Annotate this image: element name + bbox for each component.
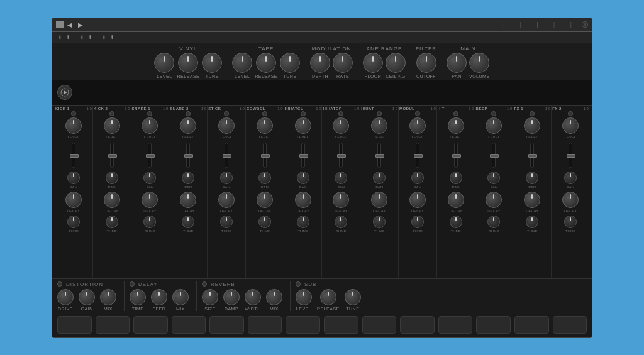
channel-decay-knob-10[interactable] <box>448 192 464 208</box>
effect-knob-delay-1[interactable] <box>151 289 167 305</box>
tape-tune-knob[interactable] <box>280 53 300 73</box>
channel-fader-8[interactable] <box>377 143 381 168</box>
channel-level-knob-0[interactable] <box>65 117 82 134</box>
effect-knob-delay-2[interactable] <box>172 289 189 305</box>
amp-floor-knob[interactable] <box>363 53 383 73</box>
effect-knob-sub-2[interactable] <box>345 289 361 305</box>
channel-led-12[interactable] <box>530 111 535 116</box>
filter-cutoff-knob[interactable] <box>416 53 436 73</box>
tape-release-knob[interactable] <box>256 53 276 73</box>
channel-pan-knob-9[interactable] <box>411 172 424 184</box>
vinyl-release-knob[interactable] <box>178 53 198 73</box>
channel-level-knob-10[interactable] <box>448 117 464 134</box>
effect-knob-reverb-1[interactable] <box>223 289 240 305</box>
effect-led-sub[interactable] <box>296 281 301 287</box>
amp-ceiling-knob[interactable] <box>386 53 406 73</box>
channel-decay-knob-8[interactable] <box>371 192 387 208</box>
vinyl-level-knob[interactable] <box>154 53 174 73</box>
channel-decay-knob-1[interactable] <box>104 192 120 208</box>
channel-decay-knob-11[interactable] <box>486 192 502 208</box>
channel-fader-0[interactable] <box>72 143 75 168</box>
channel-decay-knob-9[interactable] <box>409 192 426 208</box>
effect-led-delay[interactable] <box>130 281 135 287</box>
pad-3[interactable] <box>172 316 206 334</box>
channel-fader-11[interactable] <box>492 143 496 168</box>
pad-1[interactable] <box>96 316 130 334</box>
channel-pan-knob-5[interactable] <box>258 172 271 184</box>
channel-tune-knob-11[interactable] <box>487 216 500 228</box>
channel-tune-knob-13[interactable] <box>564 216 577 228</box>
channel-pan-knob-7[interactable] <box>335 172 347 184</box>
effect-knob-reverb-0[interactable] <box>202 289 218 305</box>
channel-led-6[interactable] <box>301 111 306 116</box>
info-icon[interactable]: i <box>582 21 588 28</box>
prev-arrow[interactable]: ◀ <box>67 21 72 28</box>
tape-level-knob[interactable] <box>232 53 252 73</box>
pad-7[interactable] <box>324 316 358 334</box>
effect-knob-distortion-0[interactable] <box>57 289 74 305</box>
channel-decay-knob-4[interactable] <box>218 192 235 208</box>
channel-fader-7[interactable] <box>339 143 343 168</box>
channel-fader-1[interactable] <box>110 143 114 168</box>
pad-0[interactable] <box>57 316 92 334</box>
channel-fader-10[interactable] <box>454 143 458 168</box>
effect-knob-reverb-3[interactable] <box>266 289 282 305</box>
effect-knob-distortion-2[interactable] <box>100 289 116 305</box>
pad-11[interactable] <box>476 316 511 334</box>
channel-level-knob-8[interactable] <box>371 117 387 134</box>
channel-level-knob-11[interactable] <box>486 117 502 134</box>
channel-led-3[interactable] <box>186 111 191 116</box>
channel-fader-13[interactable] <box>569 143 572 168</box>
channel-led-13[interactable] <box>568 111 573 116</box>
channel-decay-knob-5[interactable] <box>257 192 273 208</box>
channel-level-knob-5[interactable] <box>257 117 273 134</box>
main-volume-knob[interactable] <box>469 53 489 73</box>
channel-decay-knob-0[interactable] <box>65 192 82 208</box>
pad-2[interactable] <box>133 316 168 334</box>
channel-led-4[interactable] <box>224 111 229 116</box>
effect-knob-sub-1[interactable] <box>320 289 336 305</box>
channel-pan-knob-8[interactable] <box>373 172 386 184</box>
channel-led-0[interactable] <box>71 111 76 116</box>
channel-pan-knob-3[interactable] <box>182 172 194 184</box>
channel-level-knob-13[interactable] <box>562 117 579 134</box>
channel-fader-4[interactable] <box>225 143 228 168</box>
channel-led-1[interactable] <box>109 111 114 116</box>
main-pan-knob[interactable] <box>447 53 467 73</box>
effect-knob-distortion-1[interactable] <box>79 289 95 305</box>
channel-tune-knob-12[interactable] <box>526 216 538 228</box>
channel-tune-knob-10[interactable] <box>450 216 462 228</box>
channel-led-2[interactable] <box>147 111 152 116</box>
channel-level-knob-9[interactable] <box>409 117 426 134</box>
channel-pan-knob-10[interactable] <box>450 172 462 184</box>
channel-pan-knob-0[interactable] <box>67 172 80 184</box>
pad-6[interactable] <box>286 316 320 334</box>
effect-knob-delay-0[interactable] <box>130 289 146 305</box>
channel-pan-knob-4[interactable] <box>220 172 233 184</box>
channel-led-9[interactable] <box>415 111 420 116</box>
channel-decay-knob-12[interactable] <box>524 192 540 208</box>
channel-tune-knob-3[interactable] <box>182 216 194 228</box>
effect-led-distortion[interactable] <box>57 281 62 287</box>
channel-fader-9[interactable] <box>416 143 419 168</box>
channel-level-knob-3[interactable] <box>180 117 196 134</box>
channel-tune-knob-4[interactable] <box>220 216 233 228</box>
effect-knob-reverb-2[interactable] <box>245 289 261 305</box>
channel-decay-knob-3[interactable] <box>180 192 196 208</box>
next-arrow[interactable]: ▶ <box>78 21 83 28</box>
channel-level-knob-2[interactable] <box>142 117 158 134</box>
pad-8[interactable] <box>362 316 397 334</box>
vinyl-tune-knob[interactable] <box>202 53 222 73</box>
channel-led-5[interactable] <box>262 111 267 116</box>
channel-tune-knob-7[interactable] <box>335 216 347 228</box>
pad-12[interactable] <box>514 316 549 334</box>
channel-level-knob-1[interactable] <box>104 117 120 134</box>
channel-tune-knob-5[interactable] <box>258 216 271 228</box>
channel-decay-knob-13[interactable] <box>562 192 579 208</box>
pad-5[interactable] <box>248 316 282 334</box>
channel-pan-knob-1[interactable] <box>106 172 118 184</box>
channel-tune-knob-6[interactable] <box>297 216 309 228</box>
channel-pan-knob-6[interactable] <box>297 172 309 184</box>
channel-tune-knob-2[interactable] <box>143 216 156 228</box>
channel-pan-knob-11[interactable] <box>487 172 500 184</box>
